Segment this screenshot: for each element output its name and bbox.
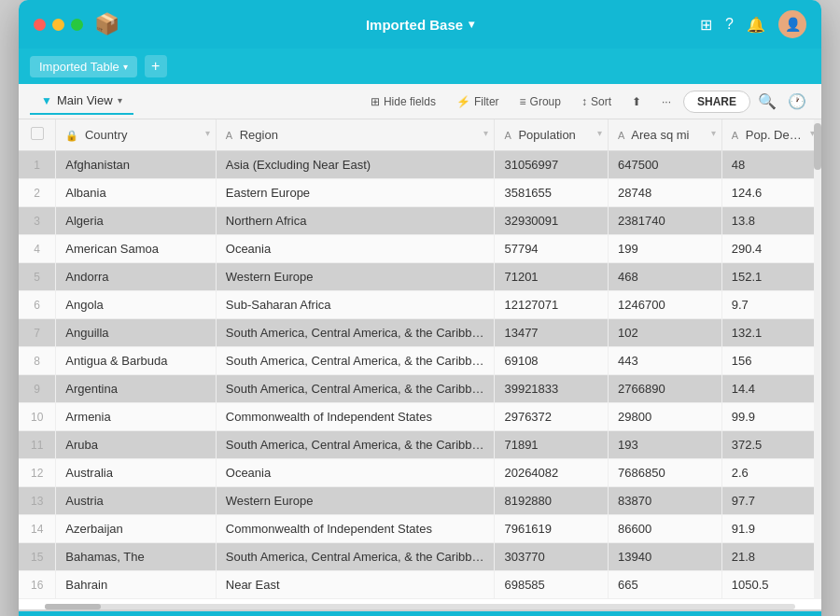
th-region[interactable]: A Region ▾ [216, 119, 495, 151]
cell-popd[interactable]: 372.5 [721, 431, 820, 459]
scroll-thumb[interactable] [45, 604, 101, 609]
cell-region[interactable]: Commonwealth of Independent States [216, 403, 495, 431]
cell-population[interactable]: 57794 [495, 235, 609, 263]
th-population[interactable]: A Population ▾ [495, 119, 609, 151]
cell-area[interactable]: 2766890 [609, 375, 722, 403]
cell-country[interactable]: Bahrain [56, 571, 216, 599]
cell-population[interactable]: 8192880 [495, 487, 609, 515]
cell-population[interactable]: 7961619 [495, 515, 609, 543]
table-row[interactable]: 10 Armenia Commonwealth of Independent S… [19, 403, 821, 431]
cell-popd[interactable]: 99.9 [721, 403, 820, 431]
cell-country[interactable]: Anguilla [56, 319, 216, 347]
cell-population[interactable]: 20264082 [495, 459, 609, 487]
cell-country[interactable]: Armenia [56, 403, 216, 431]
cell-region[interactable]: Western Europe [216, 487, 495, 515]
cell-region[interactable]: Western Europe [216, 263, 495, 291]
table-tab-button[interactable]: Imported Table ▾ [30, 56, 137, 77]
cell-area[interactable]: 29800 [609, 403, 722, 431]
cell-population[interactable]: 39921833 [495, 375, 609, 403]
cell-popd[interactable]: 1050.5 [721, 571, 820, 599]
history-button[interactable]: 🕐 [784, 89, 810, 114]
upload-button[interactable]: ⬆ [623, 91, 650, 113]
cell-area[interactable]: 2381740 [609, 207, 722, 235]
cell-popd[interactable]: 156 [721, 347, 820, 375]
cell-region[interactable]: South America, Central America, & the Ca… [216, 347, 495, 375]
cell-area[interactable]: 199 [609, 235, 722, 263]
table-row[interactable]: 1 Afghanistan Asia (Excluding Near East)… [19, 151, 821, 179]
cell-area[interactable]: 86600 [609, 515, 722, 543]
search-button[interactable]: 🔍 [754, 89, 780, 114]
sort-region-icon[interactable]: ▾ [483, 128, 488, 138]
cell-country[interactable]: Argentina [56, 375, 216, 403]
cell-area[interactable]: 102 [609, 319, 722, 347]
sort-button[interactable]: ↕ Sort [573, 91, 620, 113]
header-checkbox[interactable] [31, 127, 44, 140]
table-row[interactable]: 11 Aruba South America, Central America,… [19, 431, 821, 459]
table-row[interactable]: 6 Angola Sub-Saharan Africa 12127071 124… [19, 291, 821, 319]
cell-region[interactable]: Asia (Excluding Near East) [216, 151, 495, 179]
cell-country[interactable]: Albania [56, 179, 216, 207]
scrollbar-thumb[interactable] [814, 123, 821, 170]
close-button[interactable] [34, 19, 46, 31]
hide-fields-button[interactable]: ⊞ Hide fields [362, 91, 444, 113]
cell-region[interactable]: Commonwealth of Independent States [216, 515, 495, 543]
sort-country-icon[interactable]: ▾ [205, 128, 210, 138]
cell-region[interactable]: Oceania [216, 235, 495, 263]
cell-region[interactable]: Oceania [216, 459, 495, 487]
cell-region[interactable]: South America, Central America, & the Ca… [216, 543, 495, 571]
help-icon[interactable]: ? [725, 16, 734, 33]
cell-popd[interactable]: 97.7 [721, 487, 820, 515]
table-row[interactable]: 15 Bahamas, The South America, Central A… [19, 543, 821, 571]
cell-popd[interactable]: 91.9 [721, 515, 820, 543]
cell-population[interactable]: 303770 [495, 543, 609, 571]
cell-area[interactable]: 443 [609, 347, 722, 375]
cell-popd[interactable]: 48 [721, 151, 820, 179]
th-popd[interactable]: A Pop. De… ▾ [721, 119, 820, 151]
cell-region[interactable]: South America, Central America, & the Ca… [216, 319, 495, 347]
cell-country[interactable]: Afghanistan [56, 151, 216, 179]
table-row[interactable]: 4 American Samoa Oceania 57794 199 290.4 [19, 235, 821, 263]
cell-popd[interactable]: 124.6 [721, 179, 820, 207]
cell-country[interactable]: Australia [56, 459, 216, 487]
bell-icon[interactable]: 🔔 [747, 16, 765, 34]
cell-population[interactable]: 13477 [495, 319, 609, 347]
cell-area[interactable]: 468 [609, 263, 722, 291]
cell-region[interactable]: South America, Central America, & the Ca… [216, 431, 495, 459]
more-button[interactable]: ··· [653, 91, 679, 113]
table-row[interactable]: 14 Azerbaijan Commonwealth of Independen… [19, 515, 821, 543]
cell-country[interactable]: American Samoa [56, 235, 216, 263]
cell-population[interactable]: 32930091 [495, 207, 609, 235]
table-row[interactable]: 2 Albania Eastern Europe 3581655 28748 1… [19, 179, 821, 207]
cell-popd[interactable]: 132.1 [721, 319, 820, 347]
grid-icon[interactable]: ⊞ [700, 16, 712, 34]
cell-area[interactable]: 665 [609, 571, 722, 599]
cell-area[interactable]: 13940 [609, 543, 722, 571]
cell-region[interactable]: Northern Africa [216, 207, 495, 235]
vertical-scrollbar[interactable] [814, 119, 821, 599]
add-table-button[interactable]: + [145, 55, 167, 77]
cell-population[interactable]: 698585 [495, 571, 609, 599]
table-row[interactable]: 7 Anguilla South America, Central Americ… [19, 319, 821, 347]
th-area[interactable]: A Area sq mi ▾ [609, 119, 722, 151]
horizontal-scrollbar[interactable] [45, 604, 795, 609]
cell-region[interactable]: South America, Central America, & the Ca… [216, 375, 495, 403]
cell-country[interactable]: Angola [56, 291, 216, 319]
cell-population[interactable]: 71891 [495, 431, 609, 459]
cell-region[interactable]: Near East [216, 571, 495, 599]
cell-country[interactable]: Azerbaijan [56, 515, 216, 543]
cell-population[interactable]: 2976372 [495, 403, 609, 431]
group-button[interactable]: ≡ Group [511, 91, 569, 113]
cell-area[interactable]: 647500 [609, 151, 722, 179]
avatar[interactable]: 👤 [778, 10, 806, 38]
cell-region[interactable]: Eastern Europe [216, 179, 495, 207]
cell-region[interactable]: Sub-Saharan Africa [216, 291, 495, 319]
cell-popd[interactable]: 14.4 [721, 375, 820, 403]
table-row[interactable]: 13 Austria Western Europe 8192880 83870 … [19, 487, 821, 515]
cell-population[interactable]: 12127071 [495, 291, 609, 319]
th-checkbox[interactable] [19, 119, 56, 151]
cell-area[interactable]: 83870 [609, 487, 722, 515]
cell-population[interactable]: 3581655 [495, 179, 609, 207]
cell-country[interactable]: Antigua & Barbuda [56, 347, 216, 375]
cell-population[interactable]: 31056997 [495, 151, 609, 179]
maximize-button[interactable] [71, 19, 83, 31]
